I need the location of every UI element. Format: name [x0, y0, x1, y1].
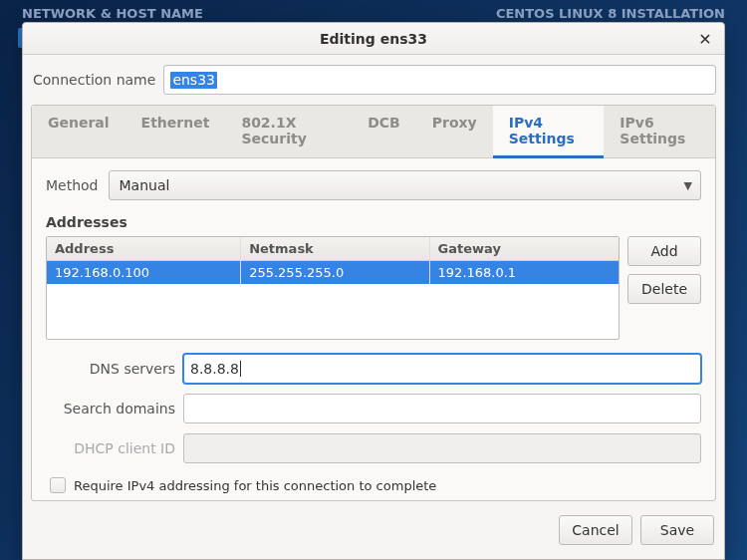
method-select[interactable]: Manual ▼	[109, 170, 701, 200]
add-button[interactable]: Add	[627, 236, 701, 266]
method-value: Manual	[120, 177, 170, 193]
dns-servers-label: DNS servers	[46, 361, 175, 377]
chevron-down-icon: ▼	[684, 179, 692, 192]
col-address: Address	[47, 237, 241, 260]
tabs: General Ethernet 802.1X Security DCB Pro…	[32, 106, 715, 158]
delete-button[interactable]: Delete	[627, 274, 701, 304]
addresses-header: Address Netmask Gateway	[47, 237, 619, 261]
connection-name-input[interactable]: ens33	[163, 65, 716, 95]
tab-proxy[interactable]: Proxy	[416, 106, 493, 157]
col-netmask: Netmask	[241, 237, 429, 260]
tab-ipv6-settings[interactable]: IPv6 Settings	[604, 106, 715, 157]
col-gateway: Gateway	[430, 237, 619, 260]
dhcp-client-id-label: DHCP client ID	[46, 440, 175, 456]
tab-general[interactable]: General	[32, 106, 125, 157]
require-ipv4-label: Require IPv4 addressing for this connect…	[74, 478, 436, 493]
method-label: Method	[46, 177, 99, 193]
save-button[interactable]: Save	[640, 515, 714, 545]
ipv4-panel: Method Manual ▼ Addresses Address Netmas…	[32, 158, 715, 501]
tab-8021x-security[interactable]: 802.1X Security	[225, 106, 352, 157]
connection-name-value: ens33	[170, 72, 217, 89]
dialog-titlebar: Editing ens33 ✕	[23, 23, 724, 55]
dialog-title: Editing ens33	[320, 31, 427, 47]
cell-gateway: 192.168.0.1	[430, 261, 619, 284]
edit-connection-dialog: Editing ens33 ✕ Connection name ens33 Ge…	[22, 22, 725, 560]
table-row[interactable]: 192.168.0.100 255.255.255.0 192.168.0.1	[47, 261, 619, 284]
tab-ethernet[interactable]: Ethernet	[125, 106, 226, 157]
close-icon[interactable]: ✕	[694, 28, 716, 50]
bg-breadcrumb-left: NETWORK & HOST NAME	[22, 6, 203, 21]
bg-breadcrumb-right: CENTOS LINUX 8 INSTALLATION	[496, 6, 725, 21]
dhcp-client-id-input	[183, 433, 701, 463]
connection-name-label: Connection name	[31, 72, 155, 88]
search-domains-input[interactable]	[183, 394, 701, 423]
cell-netmask: 255.255.255.0	[241, 261, 429, 284]
cell-address: 192.168.0.100	[47, 261, 241, 284]
text-caret	[240, 361, 241, 377]
dns-servers-input[interactable]: 8.8.8.8	[183, 354, 701, 384]
dns-servers-value: 8.8.8.8	[190, 361, 239, 377]
cancel-button[interactable]: Cancel	[559, 515, 632, 545]
addresses-table[interactable]: Address Netmask Gateway 192.168.0.100 25…	[46, 236, 620, 340]
search-domains-label: Search domains	[46, 401, 175, 417]
require-ipv4-checkbox[interactable]	[50, 477, 66, 493]
addresses-heading: Addresses	[46, 214, 701, 230]
tab-ipv4-settings[interactable]: IPv4 Settings	[493, 106, 605, 158]
tab-dcb[interactable]: DCB	[352, 106, 416, 157]
